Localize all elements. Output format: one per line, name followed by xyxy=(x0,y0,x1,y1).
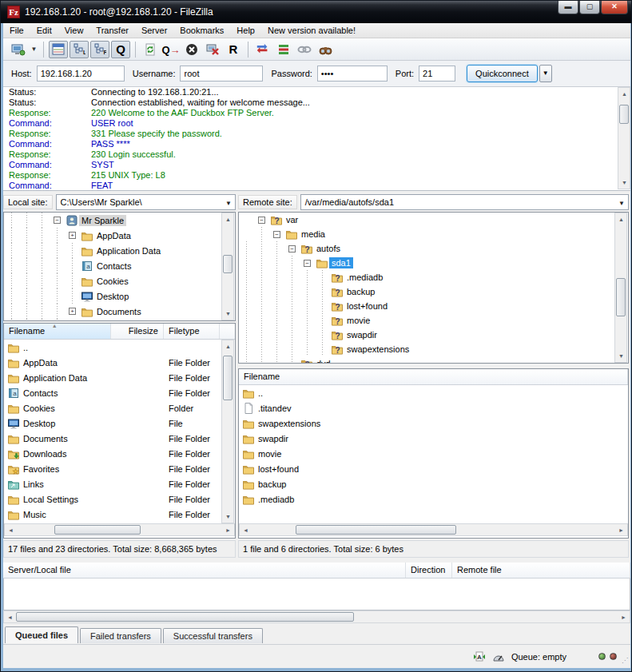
file-row-movie[interactable]: movie xyxy=(239,446,628,461)
tree-item-label[interactable]: dvd xyxy=(314,358,333,364)
tree-item-label[interactable]: Mr Sparkle xyxy=(79,215,126,226)
host-input[interactable] xyxy=(37,66,125,82)
collapse-toggle[interactable]: − xyxy=(300,260,315,267)
local-tree-pane[interactable]: −Mr Sparkle+AppDataApplication DataaCont… xyxy=(3,212,236,321)
menu-item-help[interactable]: Help xyxy=(230,24,261,37)
horizontal-scrollbar[interactable]: ◄ ► xyxy=(4,523,235,536)
process-queue-button[interactable]: Q→ xyxy=(161,41,181,58)
menu-item-transfer[interactable]: Transfer xyxy=(89,24,135,37)
scroll-down-arrow[interactable]: ▼ xyxy=(222,308,234,320)
file-row-swapdir[interactable]: swapdir xyxy=(239,431,628,446)
site-manager-button[interactable] xyxy=(9,41,28,58)
tree-item-media[interactable]: −media xyxy=(239,227,628,241)
tree-item-label[interactable]: Contacts xyxy=(94,260,133,272)
file-row-documents[interactable]: DocumentsFile Folder xyxy=(4,431,235,446)
tree-item--mediadb[interactable]: ?.mediadb xyxy=(239,270,628,284)
file-row-music[interactable]: MusicFile Folder xyxy=(4,507,235,522)
file-row-local-settings[interactable]: Local SettingsFile Folder xyxy=(4,491,235,507)
maximize-button[interactable]: ▢ xyxy=(579,1,600,14)
tree-item-label[interactable]: movie xyxy=(344,315,372,326)
menu-item-new-version-available[interactable]: New version available! xyxy=(261,24,362,37)
tree-item-documents[interactable]: +Documents xyxy=(4,304,235,319)
tree-item-contacts[interactable]: aContacts xyxy=(4,258,235,273)
column-header-filename[interactable]: Filename▲ xyxy=(4,324,111,339)
username-input[interactable] xyxy=(180,66,263,82)
tree-item-label[interactable]: var xyxy=(284,214,300,225)
file-row-desktop[interactable]: DesktopFile xyxy=(4,416,235,431)
queue-column-server-local-file[interactable]: Server/Local file xyxy=(3,563,406,578)
site-manager-dropdown-button[interactable]: ▼ xyxy=(29,41,39,58)
directory-comparison-button[interactable] xyxy=(253,41,272,58)
column-header-filesize[interactable]: Filesize xyxy=(111,324,164,339)
scrollbar-thumb[interactable] xyxy=(223,255,233,273)
resize-grip[interactable]: ⋰ xyxy=(622,657,629,664)
tree-item-label[interactable]: lost+found xyxy=(344,300,390,312)
file-row-contacts[interactable]: aContactsFile Folder xyxy=(4,385,235,400)
file-row-lost-found[interactable]: lost+found xyxy=(239,461,628,476)
password-input[interactable] xyxy=(317,66,388,82)
tab-successful-transfers[interactable]: Successful transfers xyxy=(163,628,263,643)
speed-limit-gauge-icon[interactable] xyxy=(492,652,505,662)
collapse-toggle[interactable]: − xyxy=(269,231,284,238)
scroll-down-arrow[interactable]: ▼ xyxy=(618,177,630,189)
directory-listing-filters-button[interactable] xyxy=(274,41,293,58)
file-row-downloads[interactable]: DownloadsFile Folder xyxy=(4,446,235,461)
find-files-button[interactable] xyxy=(316,41,335,58)
tree-item-label[interactable]: Downloads xyxy=(94,321,142,322)
title-bar[interactable]: Fz 192.168.1.20 - root@192.168.1.20 - Fi… xyxy=(1,1,632,23)
local-tree-toggle-button[interactable]: L xyxy=(70,41,89,58)
tree-item-label[interactable]: sda1 xyxy=(329,257,353,268)
scroll-up-arrow[interactable]: ▲ xyxy=(222,340,234,352)
tree-item-desktop[interactable]: Desktop xyxy=(4,288,235,304)
horizontal-scrollbar[interactable]: ◄ ► xyxy=(239,523,628,536)
close-button[interactable]: ✕ xyxy=(601,1,628,14)
port-input[interactable] xyxy=(419,66,455,82)
remote-site-combo[interactable]: /var/media/autofs/sda1 ▼ xyxy=(300,194,629,210)
disconnect-button[interactable] xyxy=(203,41,222,58)
tree-item-application-data[interactable]: Application Data xyxy=(4,243,235,258)
vertical-scrollbar[interactable]: ▲ ▼ xyxy=(618,87,630,189)
file-row-application-data[interactable]: Application DataFile Folder xyxy=(4,370,235,385)
tree-item-swapdir[interactable]: ?swapdir xyxy=(239,328,628,342)
menu-item-edit[interactable]: Edit xyxy=(30,24,58,37)
file-row-[interactable]: .. xyxy=(239,385,628,400)
tree-item-dvd[interactable]: ?dvd xyxy=(239,356,628,364)
menu-item-bookmarks[interactable]: Bookmarks xyxy=(173,24,230,37)
tree-item-lost-found[interactable]: ?lost+found xyxy=(239,299,628,313)
scroll-up-arrow[interactable]: ▲ xyxy=(615,213,627,225)
transfer-queue-body[interactable] xyxy=(3,579,630,610)
queue-column-direction[interactable]: Direction xyxy=(406,563,452,578)
expand-toggle[interactable]: + xyxy=(65,232,80,239)
file-row-swapextensions[interactable]: swapextensions xyxy=(239,416,628,431)
message-log-toggle-button[interactable] xyxy=(49,41,68,58)
local-file-list-pane[interactable]: ▲Filename▲FilesizeFiletype..AppDataFile … xyxy=(3,323,236,539)
expand-toggle[interactable]: + xyxy=(65,308,80,315)
file-row-cookies[interactable]: CookiesFolder xyxy=(4,400,235,416)
scrollbar-thumb[interactable] xyxy=(16,612,354,622)
tree-item-downloads[interactable]: +Downloads xyxy=(4,319,235,321)
tree-item-label[interactable]: swapextensions xyxy=(344,344,411,355)
menu-item-view[interactable]: View xyxy=(58,24,90,37)
remote-tree-toggle-button[interactable]: F xyxy=(90,41,109,58)
tree-item-backup[interactable]: ?backup xyxy=(239,284,628,299)
scrollbar-thumb[interactable] xyxy=(54,525,141,535)
refresh-button[interactable] xyxy=(141,41,160,58)
scroll-up-arrow[interactable]: ▲ xyxy=(222,213,234,225)
cancel-button[interactable] xyxy=(182,41,201,58)
tree-item-label[interactable]: Cookies xyxy=(94,276,131,287)
tab-queued-files[interactable]: Queued files xyxy=(5,626,78,643)
chevron-down-icon[interactable]: ▼ xyxy=(618,200,625,207)
scrollbar-thumb[interactable] xyxy=(296,525,456,535)
tree-item-label[interactable]: .mediadb xyxy=(344,272,385,283)
file-row-links[interactable]: LinksFile Folder xyxy=(4,476,235,491)
tree-item-movie[interactable]: ?movie xyxy=(239,313,628,328)
scroll-left-arrow[interactable]: ◄ xyxy=(5,524,17,536)
collapse-toggle[interactable]: − xyxy=(284,245,300,252)
quickconnect-dropdown-button[interactable]: ▼ xyxy=(539,65,552,82)
local-site-combo[interactable]: C:\Users\Mr Sparkle\ ▼ xyxy=(56,194,236,210)
scroll-up-arrow[interactable]: ▲ xyxy=(618,88,630,100)
queue-column-remote-file[interactable]: Remote file xyxy=(452,563,630,578)
remote-tree-pane[interactable]: −?var−media−?autofs−sda1?.mediadb?backup… xyxy=(238,212,629,364)
file-row-[interactable]: .. xyxy=(4,340,235,355)
tree-item-var[interactable]: −?var xyxy=(239,213,628,227)
